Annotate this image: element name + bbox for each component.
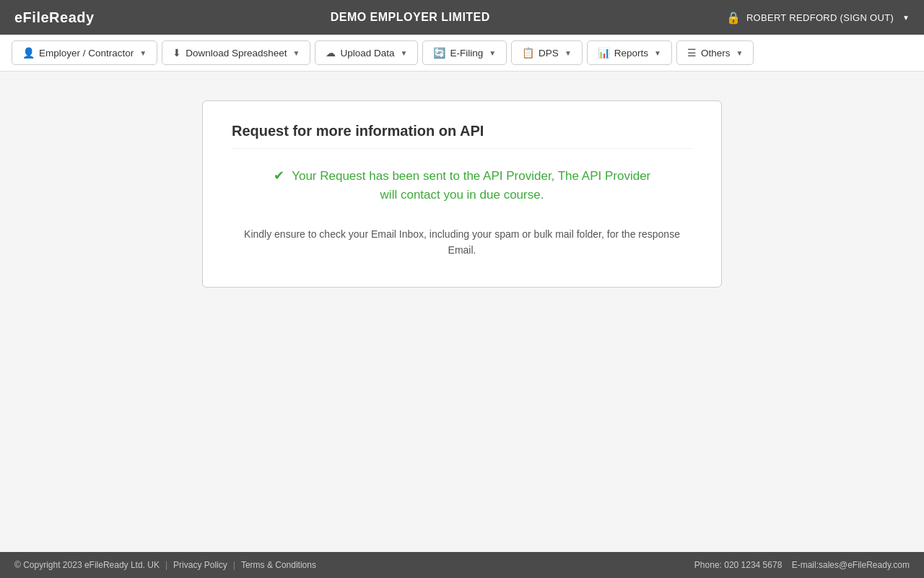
nav-btn-download-spreadsheet[interactable]: ⬇ Download Spreadsheet ▼ xyxy=(162,40,310,65)
terms-conditions-link[interactable]: Terms & Conditions xyxy=(241,560,316,570)
nav-label-upload-data: Upload Data xyxy=(340,48,394,59)
footer-left: © Copyright 2023 eFileReady Ltd. UK | Pr… xyxy=(14,560,316,570)
nav-caret-upload-data: ▼ xyxy=(401,49,408,57)
nav-icon-upload-data: ☁ xyxy=(326,47,336,59)
nav-icon-employer-contractor: 👤 xyxy=(22,47,35,59)
nav-btn-others[interactable]: ☰ Others ▼ xyxy=(676,40,754,65)
user-dropdown-arrow: ▼ xyxy=(902,14,910,22)
brand-name: eFileReady xyxy=(14,9,95,26)
user-icon: 🔒 xyxy=(726,11,741,25)
nav-caret-download-spreadsheet: ▼ xyxy=(293,49,300,57)
footer-email: E-mail:sales@eFileReady.com xyxy=(792,560,910,570)
api-request-card: Request for more information on API ✔ Yo… xyxy=(202,100,722,288)
privacy-policy-link[interactable]: Privacy Policy xyxy=(173,560,227,570)
user-section[interactable]: 🔒 ROBERT REDFORD (SIGN OUT) ▼ xyxy=(726,11,910,25)
footer-right: Phone: 020 1234 5678 E-mail:sales@eFileR… xyxy=(694,560,910,570)
footer: © Copyright 2023 eFileReady Ltd. UK | Pr… xyxy=(0,552,924,578)
nav-icon-dps: 📋 xyxy=(522,47,534,59)
nav-btn-dps[interactable]: 📋 DPS ▼ xyxy=(511,40,583,65)
nav-caret-employer-contractor: ▼ xyxy=(139,49,147,57)
nav-btn-employer-contractor[interactable]: 👤 Employer / Contractor ▼ xyxy=(12,40,157,65)
success-line1: Your Request has been sent to the API Pr… xyxy=(289,169,651,183)
success-line2: will contact you in due course. xyxy=(380,188,544,202)
nav-label-dps: DPS xyxy=(539,48,559,59)
nav-label-others: Others xyxy=(701,48,731,59)
nav-btn-upload-data[interactable]: ☁ Upload Data ▼ xyxy=(315,40,418,65)
nav-icon-reports: 📊 xyxy=(598,47,610,59)
card-title: Request for more information on API xyxy=(232,123,692,149)
nav-btn-e-filing[interactable]: 🔄 E-Filing ▼ xyxy=(422,40,507,65)
nav-caret-others: ▼ xyxy=(736,49,743,57)
main-content: Request for more information on API ✔ Yo… xyxy=(0,72,924,552)
success-message: ✔ Your Request has been sent to the API … xyxy=(232,166,692,204)
nav-label-reports: Reports xyxy=(614,48,648,59)
nav-label-employer-contractor: Employer / Contractor xyxy=(39,48,134,59)
nav-icon-others: ☰ xyxy=(687,47,697,59)
footer-copyright: © Copyright 2023 eFileReady Ltd. UK xyxy=(14,560,160,570)
info-text: Kindly ensure to check your Email Inbox,… xyxy=(232,226,692,259)
check-icon: ✔ xyxy=(274,168,284,183)
success-text: ✔ Your Request has been sent to the API … xyxy=(232,166,692,204)
footer-phone: Phone: 020 1234 5678 xyxy=(694,560,782,570)
nav-icon-download-spreadsheet: ⬇ xyxy=(173,47,181,59)
top-header: eFileReady DEMO EMPLOYER LIMITED 🔒 ROBER… xyxy=(0,0,924,35)
nav-label-download-spreadsheet: Download Spreadsheet xyxy=(186,48,287,59)
nav-caret-dps: ▼ xyxy=(565,49,572,57)
user-name: ROBERT REDFORD (SIGN OUT) xyxy=(746,12,894,23)
employer-name: DEMO EMPLOYER LIMITED xyxy=(331,11,490,24)
nav-bar: 👤 Employer / Contractor ▼ ⬇ Download Spr… xyxy=(0,35,924,72)
nav-caret-reports: ▼ xyxy=(654,49,661,57)
nav-btn-reports[interactable]: 📊 Reports ▼ xyxy=(587,40,672,65)
nav-icon-e-filing: 🔄 xyxy=(433,47,445,59)
nav-label-e-filing: E-Filing xyxy=(450,48,483,59)
nav-caret-e-filing: ▼ xyxy=(489,49,496,57)
